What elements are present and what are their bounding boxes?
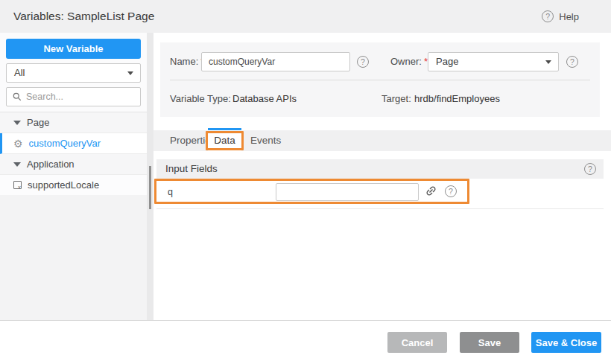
owner-select[interactable]: Page (428, 52, 559, 71)
save-close-button[interactable]: Save & Close (531, 332, 601, 353)
save-button[interactable]: Save (460, 332, 519, 353)
search-icon (13, 92, 22, 101)
footer-divider (0, 320, 611, 321)
variable-detail-panel: Name:* Owner:* Page Variable Type: Datab… (153, 33, 611, 320)
search-input[interactable] (26, 92, 140, 102)
field-input-q[interactable] (276, 183, 419, 201)
expand-arrow-icon[interactable] (13, 121, 21, 125)
variable-filter-select[interactable]: All (6, 63, 141, 83)
tree-item-label: supportedLocale (28, 179, 99, 191)
variable-type-label: Variable Type: (170, 89, 231, 109)
input-fields-title: Input Fields (165, 159, 218, 179)
cancel-button[interactable]: Cancel (387, 332, 447, 353)
name-label: Name:* (170, 52, 204, 71)
tree-category-label: Application (27, 159, 75, 170)
help-label: Help (559, 11, 579, 22)
variable-summary-panel: Name:* Owner:* Page Variable Type: Datab… (160, 42, 600, 117)
variable-tree: Page customQueryVar Application supporte… (0, 112, 147, 196)
owner-label: Owner:* (390, 52, 428, 71)
variables-dialog: Variables: SampleList Page Help New Vari… (0, 0, 611, 364)
name-input[interactable] (201, 52, 350, 71)
help-icon (542, 10, 554, 22)
help-link[interactable]: Help (542, 0, 579, 33)
field-row-divider (156, 208, 604, 209)
sidebar-empty-area (0, 195, 147, 320)
tree-item-label: customQueryVar (29, 138, 101, 149)
field-help-icon[interactable] (445, 185, 457, 197)
owner-value: Page (436, 56, 458, 67)
panel-divider (170, 80, 590, 80)
dialog-header: Variables: SampleList Page Help (0, 0, 611, 33)
new-variable-button[interactable]: New Variable (6, 39, 141, 59)
field-label-q: q (168, 183, 173, 201)
variables-sidebar: New Variable All Page customQueryVar (0, 33, 147, 320)
tree-category-application[interactable]: Application (0, 154, 147, 175)
link-icon (422, 182, 440, 199)
bind-field-button[interactable] (423, 185, 438, 199)
target-value: hrdb/findEmployees (414, 89, 500, 109)
input-fields-help-icon[interactable] (584, 163, 596, 175)
expand-arrow-icon[interactable] (13, 162, 21, 167)
service-variable-icon (13, 138, 23, 149)
input-fields-header: Input Fields (156, 159, 604, 179)
target-label: Target: (382, 89, 411, 109)
variable-search[interactable] (6, 87, 141, 106)
owner-help-icon[interactable] (566, 56, 578, 68)
tree-category-page[interactable]: Page (0, 112, 147, 133)
scrollbar-thumb[interactable] (149, 166, 151, 209)
caret-down-icon (545, 60, 551, 64)
caret-down-icon (127, 71, 133, 75)
tree-item-supportedlocale[interactable]: supportedLocale (0, 175, 147, 196)
name-help-icon[interactable] (357, 56, 369, 68)
variable-type-value: Database APIs (232, 89, 297, 109)
tree-category-label: Page (27, 117, 49, 128)
model-variable-icon (13, 181, 22, 189)
tab-data[interactable]: Data (208, 130, 241, 151)
variable-filter-value: All (14, 67, 25, 78)
page-title: Variables: SampleList Page (13, 0, 154, 33)
tree-item-customqueryvar[interactable]: customQueryVar (0, 133, 147, 154)
tab-events[interactable]: Events (250, 130, 281, 151)
sidebar-scrollbar (147, 33, 153, 320)
